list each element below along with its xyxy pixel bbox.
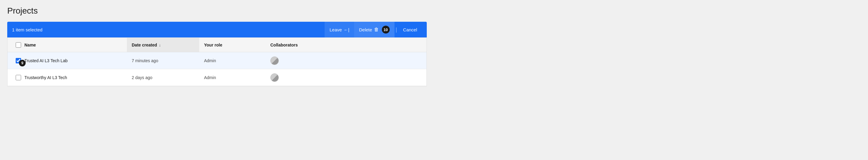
- cancel-label: Cancel: [403, 27, 417, 32]
- header-name: Name: [24, 43, 127, 47]
- trash-icon: 🗑: [374, 27, 379, 32]
- table-row: 9 Trusted AI L3 Tech Lab 7 minutes ago A…: [7, 52, 427, 69]
- leave-arrow-icon: ←|: [344, 27, 349, 32]
- header-your-role: Your role: [199, 43, 266, 47]
- header-collaborators: Collaborators: [266, 43, 422, 47]
- row-role-1: Admin: [199, 58, 266, 63]
- row-name-2: Trustworthy AI L3 Tech: [24, 75, 127, 80]
- row-name-1: Trusted AI L3 Tech Lab: [24, 58, 127, 63]
- page-container: Projects 1 item selected Leave ←| Delete…: [0, 0, 434, 86]
- row-date-1: 7 minutes ago: [127, 58, 199, 63]
- selection-bar: 1 item selected Leave ←| Delete 🗑 10 | C…: [7, 22, 427, 37]
- selection-count: 1 item selected: [12, 27, 324, 32]
- leave-label: Leave: [330, 27, 342, 32]
- row-collaborators-2: [266, 73, 422, 82]
- selection-actions: Leave ←| Delete 🗑 10 | Cancel: [324, 22, 422, 37]
- header-checkbox-cell: [12, 42, 24, 48]
- action-divider: |: [395, 27, 398, 33]
- collaborator-avatar-1: [270, 56, 279, 65]
- date-created-label: Date created: [132, 43, 157, 47]
- row-checkbox-cell-1: 9: [12, 58, 24, 63]
- leave-button[interactable]: Leave ←|: [324, 22, 354, 37]
- table-row: Trustworthy AI L3 Tech 2 days ago Admin: [7, 69, 427, 86]
- collaborator-avatar-2: [270, 73, 279, 82]
- page-title: Projects: [7, 6, 427, 16]
- sort-arrow-icon: ↓: [159, 43, 161, 47]
- cancel-button[interactable]: Cancel: [398, 22, 422, 37]
- delete-button[interactable]: Delete 🗑 10: [354, 22, 394, 37]
- row-collaborators-1: [266, 56, 422, 65]
- row-date-2: 2 days ago: [127, 75, 199, 80]
- row-checkbox-cell-2: [12, 75, 24, 80]
- step-badge-9: 9: [19, 60, 26, 66]
- header-date-created: Date created ↓: [127, 38, 199, 52]
- select-all-checkbox[interactable]: [16, 42, 21, 48]
- table-header: Name Date created ↓ Your role Collaborat…: [7, 38, 427, 52]
- delete-label: Delete: [359, 27, 372, 32]
- projects-table: Name Date created ↓ Your role Collaborat…: [7, 37, 427, 86]
- row-role-2: Admin: [199, 75, 266, 80]
- row-checkbox-2[interactable]: [16, 75, 21, 80]
- step-badge-10: 10: [382, 26, 390, 33]
